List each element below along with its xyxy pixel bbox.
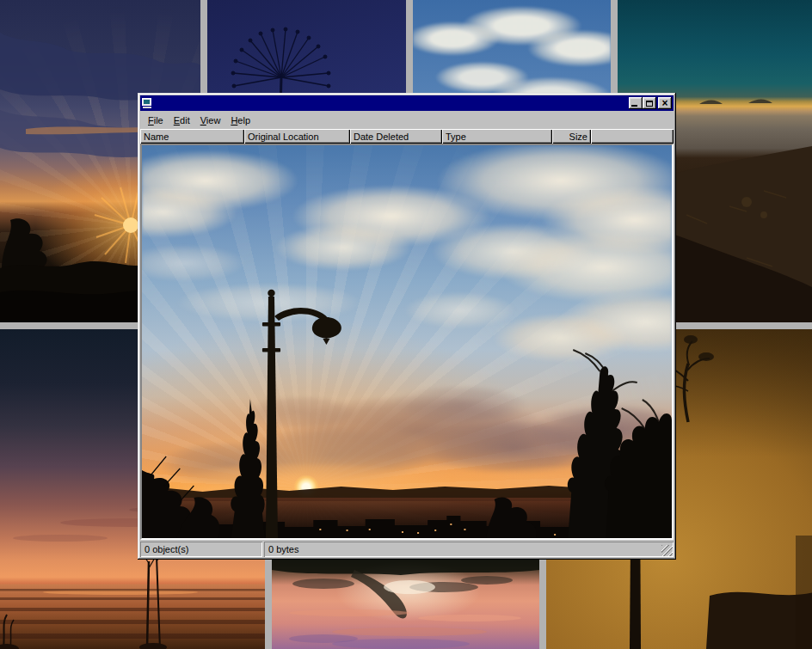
menu-file[interactable]: File [143,113,169,127]
window-icon-base [143,107,151,108]
column-header-type-label: Type [446,132,466,142]
window-icon-screen [142,98,151,106]
resize-grip-icon[interactable] [661,545,673,556]
cypress-tree-silhouette [231,399,265,538]
window-controls: × [629,97,672,109]
titlebar[interactable]: × [140,95,674,111]
sunset-lamp-photo [142,145,672,538]
status-bar: 0 object(s) 0 bytes [140,542,674,557]
column-header-original-location[interactable]: Original Location [244,129,350,144]
maximize-button[interactable] [643,97,656,109]
menu-edit-accel: E [174,115,180,126]
column-header-name-label: Name [144,132,169,142]
maximize-icon [646,101,653,107]
close-icon: × [661,99,667,107]
minimize-icon [631,105,637,107]
status-bytes-panel: 0 bytes [264,542,674,557]
menu-view-label: iew [206,115,221,126]
column-headers: Name Original Location Date Deleted Type… [140,129,674,144]
menu-view-accel: V [200,115,206,126]
menu-file-accel: F [148,115,154,126]
status-objects: 0 object(s) [145,544,188,554]
minimize-button[interactable] [629,97,643,109]
menu-file-label: ile [154,115,163,126]
column-header-location-label: Original Location [248,132,319,142]
menu-edit[interactable]: Edit [169,113,195,127]
column-header-name[interactable]: Name [140,129,244,144]
column-header-date-label: Date Deleted [354,132,409,142]
menu-help-label: elp [237,115,250,126]
close-button[interactable]: × [658,97,672,109]
status-bytes: 0 bytes [268,544,298,554]
right-trees-silhouette [487,350,672,538]
column-header-date-deleted[interactable]: Date Deleted [350,129,442,144]
desktop: × File Edit View Help Name Original Loca… [0,0,812,649]
window-icon [142,98,154,108]
menu-edit-label: dit [180,115,190,126]
photo-silhouettes [142,145,672,538]
menu-help[interactable]: Help [225,113,255,127]
menu-bar: File Edit View Help [140,111,674,129]
column-header-size-label: Size [569,132,587,142]
column-header-size[interactable]: Size [552,129,591,144]
column-header-type[interactable]: Type [442,129,552,144]
recycle-bin-window: × File Edit View Help Name Original Loca… [138,93,676,560]
column-header-filler [591,129,674,144]
status-objects-panel: 0 object(s) [140,542,262,557]
menu-view[interactable]: View [195,113,226,127]
list-view[interactable] [140,144,674,540]
